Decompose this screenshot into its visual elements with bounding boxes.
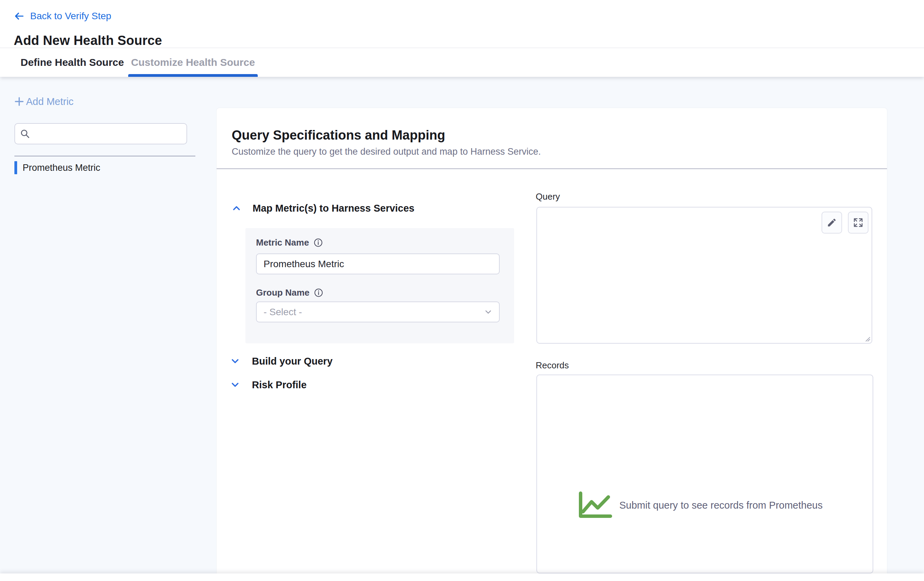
section-map-metrics-label: Map Metric(s) to Harness Services <box>252 203 414 214</box>
info-circle-icon[interactable] <box>314 238 323 247</box>
add-health-source-drawer: Back to Verify Step Add New Health Sourc… <box>0 0 924 581</box>
chevron-down-icon <box>230 380 240 390</box>
chevron-down-icon <box>230 356 240 366</box>
map-metric-form-panel: Metric Name Group Name <box>246 228 514 343</box>
back-to-verify-step-link[interactable]: Back to Verify Step <box>14 10 111 22</box>
pencil-icon <box>827 217 837 228</box>
chevron-down-icon <box>483 307 493 316</box>
group-name-select[interactable]: - Select - <box>256 301 500 323</box>
section-build-query-toggle[interactable]: Build your Query <box>230 354 332 368</box>
metric-name-label: Metric Name <box>256 237 309 248</box>
arrow-left-icon <box>14 11 25 22</box>
group-name-select-placeholder: - Select - <box>264 306 302 318</box>
drawer-header: Back to Verify Step Add New Health Sourc… <box>0 0 924 48</box>
add-metric-label: Add Metric <box>26 96 74 108</box>
magnifier-icon <box>20 129 30 139</box>
selected-item-indicator <box>15 161 17 174</box>
query-specifications-card: Query Specifications and Mapping Customi… <box>216 108 887 573</box>
section-risk-profile-toggle[interactable]: Risk Profile <box>230 378 307 392</box>
card-header-divider <box>216 169 887 169</box>
chevron-up-icon <box>232 204 241 213</box>
page-title: Add New Health Source <box>14 33 162 48</box>
records-panel: Submit query to see records from Prometh… <box>536 374 873 573</box>
section-build-query-label: Build your Query <box>252 356 332 367</box>
sidebar-item-prometheus-metric[interactable]: Prometheus Metric <box>15 161 101 175</box>
card-subtitle: Customize the query to get the desired o… <box>232 146 541 157</box>
active-tab-underline <box>128 74 258 77</box>
metric-search-input[interactable] <box>34 124 182 144</box>
sidebar-divider <box>15 156 195 156</box>
metric-search-box <box>15 123 187 144</box>
section-risk-profile-label: Risk Profile <box>252 379 307 391</box>
query-editor-box <box>536 207 872 344</box>
card-title: Query Specifications and Mapping <box>232 127 445 143</box>
records-label: Records <box>536 360 569 371</box>
tab-customize-health-source[interactable]: Customize Health Source <box>128 48 258 77</box>
group-name-label: Group Name <box>256 287 310 298</box>
plus-icon <box>14 96 25 107</box>
metric-name-input[interactable] <box>256 253 500 275</box>
textarea-resize-handle[interactable] <box>864 335 871 342</box>
records-empty-message: Submit query to see records from Prometh… <box>619 500 823 511</box>
back-link-label: Back to Verify Step <box>30 10 111 22</box>
expand-query-button[interactable] <box>848 212 868 233</box>
drawer-footer-bar <box>0 573 924 581</box>
group-name-label-row: Group Name <box>256 287 323 298</box>
add-metric-button[interactable]: Add Metric <box>14 96 74 108</box>
info-circle-icon[interactable] <box>314 288 323 297</box>
section-map-metrics-toggle[interactable]: Map Metric(s) to Harness Services <box>232 201 414 215</box>
metric-name-label-row: Metric Name <box>256 237 323 248</box>
query-actions <box>822 212 868 233</box>
tab-define-health-source[interactable]: Define Health Source <box>21 48 124 77</box>
tab-customize-label: Customize Health Source <box>131 56 255 68</box>
records-empty-state: Submit query to see records from Prometh… <box>578 491 823 519</box>
line-chart-icon <box>578 491 612 519</box>
metrics-sidebar: Add Metric Prometheus Metric <box>0 77 216 573</box>
edit-query-button[interactable] <box>822 212 842 233</box>
health-source-tab-bar: Define Health Source Customize Health So… <box>0 48 924 77</box>
metric-item-label: Prometheus Metric <box>23 162 101 173</box>
expand-arrows-icon <box>853 217 863 228</box>
query-label: Query <box>536 191 560 202</box>
